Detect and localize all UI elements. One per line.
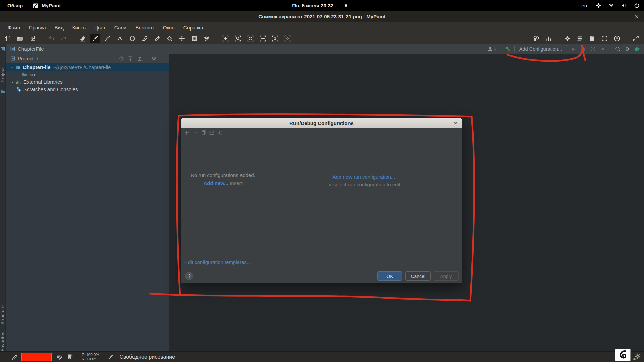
rotate-view-icon[interactable]: [245, 34, 255, 43]
add-new-run-configuration-link[interactable]: Add new run configuration...: [333, 174, 395, 180]
move-layer-icon[interactable]: [177, 34, 187, 43]
menu-item[interactable]: Справка: [179, 22, 208, 33]
stop-button[interactable]: ■: [599, 46, 606, 52]
fullscreen-icon[interactable]: [599, 34, 609, 43]
gear-icon[interactable]: [562, 34, 572, 43]
new-file-icon[interactable]: [3, 34, 13, 43]
keyboard-layout-indicator[interactable]: en: [581, 3, 587, 8]
expanded-chevron-icon[interactable]: ▾: [9, 65, 15, 69]
stripe-button-structure[interactable]: Structure: [0, 303, 6, 327]
locate-file-button[interactable]: [118, 56, 124, 62]
save-icon[interactable]: [28, 34, 38, 43]
expand-diag-icon[interactable]: [631, 34, 641, 43]
tree-row-scratches[interactable]: Scratches and Consoles: [6, 85, 169, 93]
connected-lines-icon[interactable]: [115, 34, 125, 43]
open-file-icon[interactable]: [15, 34, 25, 43]
brush-settings-icon[interactable]: [56, 354, 63, 360]
help-button[interactable]: ?: [185, 272, 193, 280]
system-status-area[interactable]: en: [581, 0, 640, 11]
project-view-chevron[interactable]: ▾: [37, 54, 38, 63]
dialog-close-button[interactable]: ×: [454, 118, 457, 128]
commit-stripe-folder-icon[interactable]: [0, 89, 5, 94]
eraser-icon[interactable]: [77, 34, 88, 43]
scratchpad-icon[interactable]: [587, 34, 597, 43]
canvas[interactable]: Project Structure Favorites ChapterFile …: [0, 44, 644, 351]
menu-item[interactable]: Файл: [3, 22, 24, 33]
statusbar-gear-button[interactable]: [634, 353, 641, 360]
flood-fill-icon[interactable]: [164, 34, 174, 43]
inking-tool-icon[interactable]: [140, 34, 150, 43]
cancel-button[interactable]: Cancel: [405, 272, 431, 281]
panel-settings-button[interactable]: [151, 56, 157, 62]
symmetry-icon[interactable]: [202, 34, 212, 43]
add-configuration-button[interactable]: Add Configuration...: [514, 45, 567, 53]
undo-icon[interactable]: [46, 34, 56, 43]
project-panel-title[interactable]: Project: [18, 54, 34, 63]
app-menu-button[interactable]: MyPaint: [32, 0, 61, 11]
edit-configuration-templates-link[interactable]: Edit configuration templates...: [184, 259, 251, 265]
frame-edit-icon[interactable]: [189, 34, 199, 43]
plus-icon[interactable]: [184, 130, 190, 136]
menu-item[interactable]: Вид: [50, 22, 68, 33]
menu-item[interactable]: Блокнот: [131, 22, 159, 33]
ide-logo-icon[interactable]: [634, 46, 641, 52]
tree-row-root[interactable]: ▾ ChapterFile ~/Документы/ChapterFile: [6, 63, 169, 71]
color-picker-icon[interactable]: [152, 34, 162, 43]
expand-all-button[interactable]: [127, 56, 133, 62]
profiler-button[interactable]: [590, 46, 596, 52]
activities-button[interactable]: Обзор: [7, 0, 23, 11]
current-color-swatch[interactable]: [21, 353, 52, 361]
search-everywhere-button[interactable]: [614, 46, 621, 52]
menu-item[interactable]: Окно: [159, 22, 179, 33]
ide-project-name[interactable]: ChapterFile: [18, 44, 44, 54]
dialog-titlebar[interactable]: Run/Debug Configurations ×: [181, 118, 462, 128]
clock-menu-button[interactable]: Пн, 5 июля 23:32: [292, 0, 347, 11]
add-new-link[interactable]: Add new...: [203, 180, 228, 186]
mirror-view-icon[interactable]: [258, 34, 268, 43]
project-panel-header[interactable]: Project ▾ —: [6, 54, 169, 63]
brush-set-icon[interactable]: [543, 34, 553, 43]
run-button[interactable]: ▶: [570, 46, 577, 52]
collapsed-chevron-icon[interactable]: ▸: [10, 80, 16, 84]
stripe-button-favorites[interactable]: Favorites: [0, 331, 6, 351]
fit-view-icon[interactable]: [282, 34, 292, 43]
tree-row-external-libraries[interactable]: ▸ External Libraries: [6, 78, 169, 85]
build-hammer-button[interactable]: [504, 46, 511, 52]
hide-panel-button[interactable]: —: [160, 54, 165, 63]
bookmark-add-icon[interactable]: [66, 354, 73, 360]
main-toolbar: 1: [0, 33, 644, 44]
history-clock-icon[interactable]: [612, 34, 622, 43]
menu-item[interactable]: Кисть: [68, 22, 90, 33]
configuration-editor-panel: Add new run configuration... or select r…: [265, 128, 463, 268]
apply-button[interactable]: Apply: [434, 272, 459, 281]
menu-item[interactable]: Цвет: [90, 22, 110, 33]
statusbar-color-picker-icon[interactable]: [11, 354, 18, 360]
sort-az-icon[interactable]: az: [217, 130, 224, 136]
new-folder-icon[interactable]: [209, 130, 215, 136]
debug-button[interactable]: [580, 46, 587, 52]
stripe-button-project[interactable]: Project: [0, 65, 6, 85]
ellipse-tool-icon[interactable]: [127, 34, 137, 43]
ide-settings-button[interactable]: [624, 46, 631, 52]
freehand-brush-icon[interactable]: [90, 34, 100, 43]
menu-item[interactable]: Правка: [24, 22, 50, 33]
menu-item[interactable]: Слой: [110, 22, 131, 33]
redo-icon[interactable]: [59, 34, 69, 43]
line-tool-icon[interactable]: [102, 34, 112, 43]
brush-preview-button[interactable]: [615, 349, 631, 361]
user-button[interactable]: [487, 46, 494, 52]
window-close-button[interactable]: ×: [635, 11, 639, 22]
copy-icon[interactable]: [201, 130, 207, 136]
layers-icon[interactable]: [575, 34, 585, 43]
minus-icon[interactable]: [192, 130, 199, 136]
window-titlebar[interactable]: Снимок экрана от 2021-07-05 23-31-21.png…: [0, 11, 644, 22]
zoom-view-icon[interactable]: [233, 34, 243, 43]
project-stripe-icon[interactable]: [0, 47, 5, 52]
collapse-all-button[interactable]: [137, 56, 143, 62]
library-icon: [16, 79, 21, 85]
color-wheel-icon[interactable]: [531, 34, 541, 43]
ok-button[interactable]: OK: [377, 272, 402, 281]
tree-row-src[interactable]: src: [6, 71, 169, 78]
pan-view-icon[interactable]: [220, 34, 230, 43]
reset-zoom-icon[interactable]: 1: [270, 34, 280, 43]
